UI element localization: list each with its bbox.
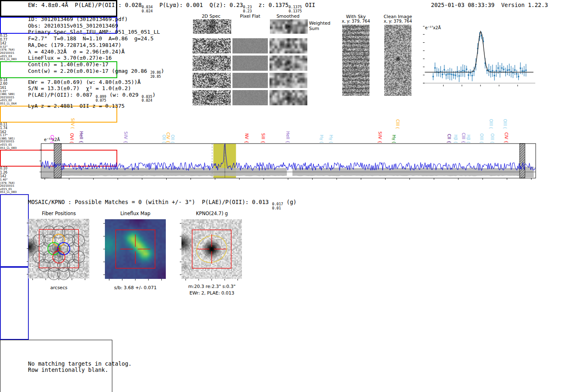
- withsky-image: [342, 25, 369, 96]
- sup-sub-stack: 0.13750.1375: [288, 5, 302, 14]
- pixelflat-image: [232, 73, 268, 88]
- spec2d-title-2dspec: 2D Spec: [197, 14, 225, 19]
- withsky-border: [0, 194, 29, 267]
- spec2d-row-right-labels: 1.17"(380, 581)20210315v015_01051_LL_083: [0, 134, 18, 150]
- emission-line-label: CII (: [50, 135, 54, 143]
- fiber-weight-value: 2.60: [0, 82, 11, 86]
- info-line-11: P(LAE)/P(OII): 0.087 0.0990.075 (w: 0.02…: [28, 92, 164, 103]
- text-segment: OII: [302, 2, 316, 8]
- text-segment: ID: 3012013469 (3012013469.pdf): [28, 16, 128, 22]
- spec2d-image: [193, 38, 231, 53]
- info-line-3: F=2.7" T=0.188 N=1.10 A=0.86 g=24.5: [28, 35, 164, 42]
- sup-sub-stack: 0.0340.024: [142, 5, 153, 14]
- emission-line-label: SiIV {: [378, 132, 382, 143]
- emission-line-label: SiII {: [261, 133, 265, 143]
- report-version: Version 1.22.3: [501, 2, 548, 8]
- text-segment: RA,Dec (179.728714,55.198147): [28, 42, 121, 48]
- footer-line-1: No matching targets in catalog.: [28, 360, 132, 367]
- emission-line-label: Hγ (: [329, 135, 333, 143]
- emission-line-label: OII (: [162, 135, 166, 143]
- text-segment: Cont(n) = 1.40(±0.07)e-17: [28, 61, 109, 67]
- lineflux-caption: s/b: 3.68 +/- 0.071: [100, 285, 170, 290]
- weighted-sum-label: Weighted Sum: [309, 21, 330, 31]
- fiber-weight-value: 1.74: [0, 126, 11, 130]
- detection-info-block: ID: 3012013469 (3012013469.pdf)Obs: 2021…: [28, 16, 164, 109]
- smoothed-image: [269, 73, 307, 88]
- info-line-6: LineFlux = 3.70(±0.27)e-16: [28, 55, 164, 61]
- info-line-8: Cont(w) = 2.20(±0.01)e-17 (gmag 20.86 20…: [28, 68, 164, 79]
- spacer: [495, 2, 501, 8]
- fiber-weight-value: 1.26: [0, 171, 11, 175]
- text-segment: λ = 4240.32Å σ = 2.96(±0.24)Å: [28, 49, 125, 55]
- header-right: 2025-01-03 08:33:39 Version 1.22.3: [428, 2, 548, 8]
- info-line-9: EWr = 7.80(±0.69) (w: 4.80(±0.35))Å: [28, 79, 164, 86]
- emission-line-label: OII (: [170, 135, 174, 143]
- cleanimage-coords: x, y: 379, 764: [379, 19, 416, 23]
- pixelflat-image: [232, 38, 268, 53]
- smoothed-image: [270, 19, 308, 34]
- weighted-sum-label-line1: Weighted: [309, 21, 330, 26]
- fiber-panel-title: Fiber Positions: [28, 211, 90, 216]
- spec2d-row-left-labels: 0.142.60161: [0, 78, 11, 90]
- gaussfit-plot: [423, 25, 535, 86]
- emission-line-label: OVI (: [70, 133, 74, 143]
- text-segment: Primary Spec_Slot_IFU_AMP: 051_105_051_L…: [28, 29, 160, 35]
- text-segment: ): [152, 92, 156, 98]
- info-line-1: Obs: 20210315v015_3012013469: [28, 23, 164, 29]
- info-line-12: LyA z = 2.4881 OII z = 0.1375: [28, 103, 164, 109]
- pixelflat-image: [232, 56, 268, 71]
- text-segment: P(LAE)/P(OII): 0.087: [28, 92, 95, 98]
- kpno-caption-2: EWr: 2, PLAE: 0.013: [177, 290, 247, 296]
- fiber-xlabel: arcsecs: [28, 285, 90, 290]
- emission-line-label: Hβ (: [453, 135, 458, 143]
- fiber-weight-value: 0.77: [0, 38, 11, 42]
- emission-line-label: CIII {: [461, 133, 465, 143]
- kpno-panel-title: KPNO(24.7) g: [181, 211, 243, 216]
- info-line-10: S/N = 13.3(±0.7) χ² = 1.0(±0.2): [28, 85, 164, 92]
- fiber-overlay: [26, 219, 92, 281]
- spec2d-image: [193, 90, 231, 105]
- text-segment: z: 0.1375: [252, 2, 288, 8]
- header-summary-line: EW: 4.8±0.4Å P(LAE)/P(OII): 0.0280.0340.…: [28, 2, 315, 14]
- cleanimage-image: [384, 25, 411, 96]
- emission-line-label: NV {: [244, 133, 249, 143]
- fiber-weight-value: 0.15: [0, 34, 11, 38]
- text-segment: ): [161, 68, 164, 74]
- text-segment: (g): [283, 199, 297, 205]
- emission-line-label: Hγ (: [392, 135, 396, 143]
- info-line-5: λ = 4240.32Å σ = 2.96(±0.24)Å: [28, 49, 164, 55]
- sup-sub-stack: 0.0170.01: [272, 202, 283, 211]
- emission-line-label: OIII (: [490, 133, 494, 143]
- weighted-sum-label-line2: Sum: [309, 26, 330, 31]
- sup-sub-stack: 20.8620.85: [150, 71, 161, 79]
- spec2d-image: [193, 56, 231, 71]
- text-segment: (w: 0.029: [106, 92, 142, 98]
- emission-line-label: Hγ (: [319, 135, 323, 143]
- report-page: EW: 4.8±0.4Å P(LAE)/P(OII): 0.0280.0340.…: [0, 0, 576, 392]
- spec2d-image: [193, 73, 231, 88]
- footer-line-2: Row intentionally blank.: [28, 366, 108, 373]
- fiber-weight-value: 0.14: [0, 78, 11, 82]
- kpno-caption-1: m:20.3 re:2.3" s:0.3": [177, 284, 247, 289]
- spec2d-row-right-labels: 0.52"(379, 764)20210315v015_03051_LL_083: [0, 46, 18, 61]
- cleanimage-border: [0, 267, 29, 340]
- text-segment: EW: 4.8±0.4Å P(LAE)/P(OII): 0.028: [28, 2, 142, 8]
- emission-line-label: CII {: [447, 134, 451, 143]
- lineflux-overlay: [102, 219, 168, 281]
- emission-line-label: HeII {: [286, 131, 290, 143]
- pixelflat-image: [233, 19, 268, 34]
- text-segment: EWr = 7.80(±0.69) (w: 4.80(±0.35))Å: [28, 79, 141, 85]
- text-segment: LineFlux = 3.70(±0.27)e-16: [28, 55, 112, 61]
- emission-line-label: OIII (: [503, 119, 507, 129]
- emission-line-label: CIII (: [395, 119, 399, 129]
- report-timestamp: 2025-01-03 08:33:39: [431, 2, 495, 8]
- text-segment: F=2.7" T=0.188 N=1.10 A=0.86 g=24.5: [28, 35, 153, 42]
- smoothed-image: [269, 56, 307, 71]
- fiber-weight-value: 0.11: [0, 123, 11, 127]
- emission-line-label: OIII (: [489, 119, 493, 129]
- text-segment: Cont(w) = 2.20(±0.01)e-17 (gmag 20.86: [28, 68, 150, 74]
- kpno-overlay: [179, 219, 244, 281]
- spec2d-row-left-labels: 0.111.74162: [0, 123, 11, 135]
- spec2d-title-pixelflat: Pixel Flat: [236, 14, 265, 19]
- emission-line-label: CIV {: [504, 132, 508, 143]
